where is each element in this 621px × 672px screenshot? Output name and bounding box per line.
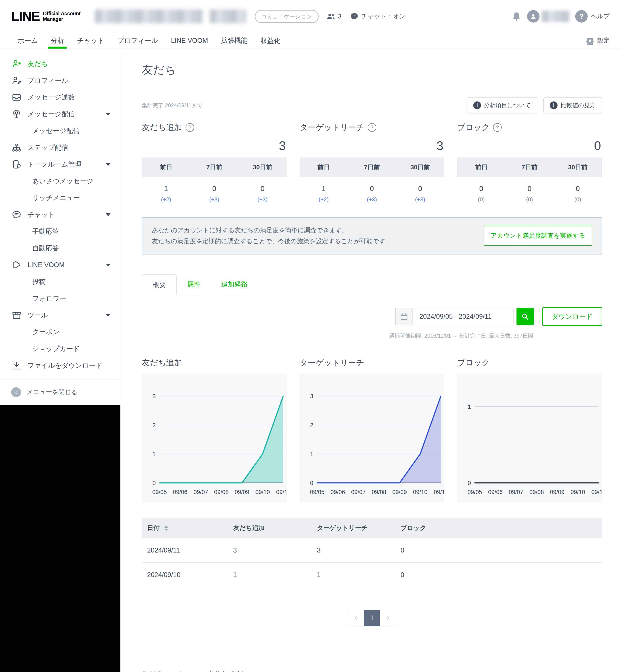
stat-title: ターゲットリーチ ? xyxy=(299,122,444,133)
selectable-range-note: 選択可能期間: 2016/11/01 ～ 集計完了日, 最大日数: 397日間 xyxy=(142,332,602,339)
help-circle-icon[interactable]: ? xyxy=(368,123,376,132)
sidebar-item-profile[interactable]: プロフィール xyxy=(0,72,120,89)
download-icon xyxy=(11,360,22,371)
friends-added-chart: 123009/0509/0609/0709/0809/0909/1009/11 xyxy=(142,374,287,503)
chart-title: 友だち追加 xyxy=(142,357,287,368)
download-button[interactable]: ダウンロード xyxy=(542,307,602,326)
analytics-tabs: 概要 属性 追加経路 xyxy=(142,274,602,295)
sidebar-item-followers[interactable]: フォロワー xyxy=(0,290,120,307)
chart-target-reach: ターゲットリーチ 123009/0509/0609/0709/0809/0909… xyxy=(299,357,444,503)
about-metrics-button[interactable]: i 分析項目について xyxy=(467,97,538,114)
help-circle-icon[interactable]: ? xyxy=(185,123,194,132)
nav-monetization[interactable]: 収益化 xyxy=(254,33,287,49)
nav-chat[interactable]: チャット xyxy=(71,33,111,49)
sidebar-item-manual-reply[interactable]: 手動応答 xyxy=(0,223,120,240)
chart-title: ターゲットリーチ xyxy=(299,357,444,368)
prev-page-button[interactable] xyxy=(348,610,364,626)
nav-analytics[interactable]: 分析 xyxy=(44,33,71,49)
header-actions: ? ヘルプ xyxy=(511,10,610,23)
stat-period-values: 1(+2) 0(+3) 0(+3) xyxy=(299,185,444,203)
people-icon xyxy=(326,12,335,20)
svg-text:1: 1 xyxy=(310,451,313,457)
banner-text: あなたのアカウントに対する友だちの満足度を簡単に調査できます。 友だちの満足度を… xyxy=(152,225,391,247)
person-edit-icon xyxy=(11,75,22,86)
nav-home[interactable]: ホーム xyxy=(11,33,44,49)
stat-summary-row: 友だち追加 ? 3 前日7日前30日前 1(+2) 0(+3) 0(+3) xyxy=(142,122,602,203)
sidebar-item-shop-card[interactable]: ショップカード xyxy=(0,341,120,357)
stat-period-values: 0(0) 0(0) 0(0) xyxy=(457,185,602,203)
page-footer: © LY Corporation 規約とポリシー xyxy=(142,659,602,672)
sidebar-item-step-delivery[interactable]: ステップ配信 xyxy=(0,139,120,156)
svg-text:09/08: 09/08 xyxy=(214,489,229,495)
col-friends-added: 友だち追加 xyxy=(228,518,312,538)
chart-blocks: ブロック 1009/0509/0609/0709/0809/0909/1009/… xyxy=(457,357,602,503)
nav-extensions[interactable]: 拡張機能 xyxy=(214,33,254,49)
sidebar-item-line-voom[interactable]: LINE VOOM xyxy=(0,257,120,273)
svg-text:09/06: 09/06 xyxy=(331,489,345,495)
help-button[interactable]: ? ヘルプ xyxy=(575,10,610,23)
svg-text:2: 2 xyxy=(310,422,313,428)
sidebar-item-friends[interactable]: 友だち xyxy=(0,55,120,72)
tab-attributes[interactable]: 属性 xyxy=(177,274,211,295)
svg-text:09/08: 09/08 xyxy=(372,489,386,495)
target-reach-chart: 123009/0509/0609/0709/0809/0909/1009/11 xyxy=(299,374,444,503)
svg-text:09/11: 09/11 xyxy=(276,489,287,495)
user-account[interactable] xyxy=(527,10,570,23)
collapse-menu-button[interactable]: ‹ メニューを閉じる xyxy=(0,380,120,397)
sidebar-item-broadcast-sub[interactable]: メッセージ配信 xyxy=(0,123,120,139)
chevron-left-icon xyxy=(353,615,359,621)
friend-count: 3 xyxy=(326,12,341,20)
person-add-icon xyxy=(11,58,22,69)
collapse-chevron-icon: ‹ xyxy=(11,387,21,397)
account-id-redacted xyxy=(210,9,246,23)
chevron-down-icon xyxy=(106,163,111,166)
line-logo-subtext: Official AccountManager xyxy=(43,11,81,22)
line-logo-text: LINE xyxy=(11,10,40,23)
daily-stats-table: 日付 友だち追加 ターゲットリーチ ブロック 2024/09/11 3 3 0 xyxy=(142,518,602,587)
svg-text:09/06: 09/06 xyxy=(488,489,503,495)
chat-status: チャット：オン xyxy=(350,12,406,20)
tab-add-route[interactable]: 追加経路 xyxy=(211,274,258,295)
stat-total: 0 xyxy=(457,138,601,153)
sidebar-item-auto-reply[interactable]: 自動応答 xyxy=(0,240,120,257)
chevron-right-icon xyxy=(385,615,391,621)
voom-play-icon xyxy=(11,260,22,270)
tab-overview[interactable]: 概要 xyxy=(142,274,177,295)
nav-profile[interactable]: プロフィール xyxy=(111,33,165,49)
svg-text:09/09: 09/09 xyxy=(392,489,407,495)
storefront-icon xyxy=(11,310,22,321)
sidebar-item-posts[interactable]: 投稿 xyxy=(0,273,120,290)
sidebar-item-greeting-message[interactable]: あいさつメッセージ xyxy=(0,173,120,189)
search-button[interactable] xyxy=(516,308,534,325)
sidebar-item-chat[interactable]: チャット xyxy=(0,206,120,223)
date-range-input[interactable] xyxy=(412,308,513,325)
chart-title: ブロック xyxy=(457,357,602,368)
help-circle-icon[interactable]: ? xyxy=(493,123,502,132)
sidebar-item-download-files[interactable]: ファイルをダウンロード xyxy=(0,357,120,374)
sidebar-item-broadcast[interactable]: メッセージ配信 xyxy=(0,106,120,123)
page-1-button[interactable]: 1 xyxy=(364,610,380,626)
compare-values-button[interactable]: i 比較値の見方 xyxy=(543,97,602,114)
next-page-button[interactable] xyxy=(380,610,396,626)
run-satisfaction-survey-button[interactable]: アカウント満足度調査を実施する xyxy=(484,226,592,245)
nav-line-voom[interactable]: LINE VOOM xyxy=(165,33,214,49)
sidebar-item-rich-menu[interactable]: リッチメニュー xyxy=(0,189,120,206)
stat-total: 3 xyxy=(299,138,443,153)
col-date[interactable]: 日付 xyxy=(142,518,228,538)
svg-text:09/11: 09/11 xyxy=(591,489,602,495)
terms-policy-link[interactable]: 規約とポリシー xyxy=(209,669,253,672)
stat-title: 友だち追加 ? xyxy=(142,122,287,133)
sidebar-item-coupon[interactable]: クーポン xyxy=(0,324,120,341)
sidebar-item-message-count[interactable]: メッセージ通数 xyxy=(0,89,120,106)
sidebar-item-tools[interactable]: ツール xyxy=(0,307,120,324)
calendar-icon[interactable] xyxy=(395,308,412,325)
line-logo[interactable]: LINE Official AccountManager xyxy=(11,10,81,23)
svg-text:09/09: 09/09 xyxy=(550,489,565,495)
svg-text:3: 3 xyxy=(153,393,156,400)
sidebar-item-talkroom[interactable]: トークルーム管理 xyxy=(0,156,120,173)
plan-badge: コミュニケーション xyxy=(255,10,319,23)
stat-period-header: 前日7日前30日前 xyxy=(299,158,444,177)
notification-bell-icon[interactable] xyxy=(511,11,522,21)
nav-settings[interactable]: 設定 xyxy=(586,33,610,49)
svg-text:09/10: 09/10 xyxy=(571,489,585,495)
